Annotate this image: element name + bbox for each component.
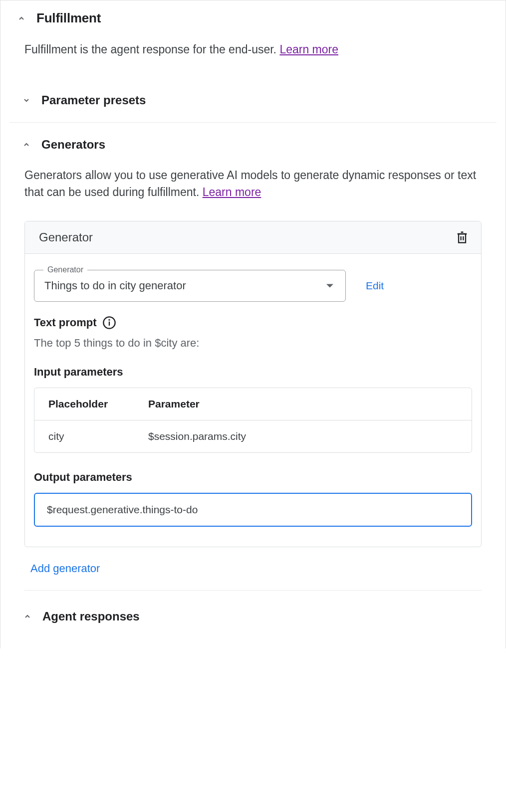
svg-point-7: [109, 319, 110, 320]
input-parameters-table: Placeholder Parameter city $session.para…: [34, 388, 472, 453]
generator-select-label: Generator: [43, 265, 87, 274]
parameter-column-header: Parameter: [148, 398, 458, 410]
fulfillment-description: Fulfillment is the agent response for th…: [0, 41, 506, 78]
table-row: city $session.params.city: [34, 420, 472, 452]
text-prompt-label: Text prompt: [34, 316, 96, 329]
delete-generator-button[interactable]: [455, 230, 469, 244]
generator-card-header: Generator: [25, 221, 481, 254]
agent-responses-header[interactable]: Agent responses: [0, 591, 506, 628]
generators-header[interactable]: Generators: [9, 123, 497, 167]
parameter-cell: $session.params.city: [148, 430, 458, 442]
chevron-up-icon: [21, 610, 33, 622]
generator-card-title: Generator: [39, 230, 93, 244]
svg-rect-0: [459, 234, 466, 243]
info-icon[interactable]: [102, 316, 116, 330]
fulfillment-title: Fulfillment: [36, 10, 101, 26]
output-parameter-input[interactable]: [34, 493, 472, 527]
text-prompt-label-row: Text prompt: [34, 316, 472, 330]
output-parameters-heading: Output parameters: [34, 471, 472, 484]
generator-card: Generator Generator Things to do in city…: [24, 221, 482, 547]
parameter-presets-title: Parameter presets: [41, 93, 146, 107]
generator-card-body: Generator Things to do in city generator…: [25, 254, 481, 547]
dropdown-arrow-icon: [326, 284, 333, 287]
generators-description: Generators allow you to use generative A…: [0, 167, 506, 221]
chevron-up-icon: [20, 139, 32, 151]
generator-select[interactable]: Generator Things to do in city generator: [34, 270, 346, 302]
fulfillment-learn-more-link[interactable]: Learn more: [279, 43, 338, 56]
parameter-presets-header[interactable]: Parameter presets: [9, 78, 497, 123]
placeholder-cell: city: [48, 430, 148, 442]
fulfillment-section-header[interactable]: Fulfillment: [0, 0, 506, 41]
generator-select-row: Generator Things to do in city generator…: [34, 270, 472, 302]
edit-generator-link[interactable]: Edit: [366, 280, 384, 292]
generators-learn-more-link[interactable]: Learn more: [203, 186, 261, 199]
generator-select-value: Things to do in city generator: [44, 279, 186, 292]
text-prompt-value: The top 5 things to do in $city are:: [34, 337, 472, 350]
fulfillment-panel: Fulfillment Fulfillment is the agent res…: [0, 0, 506, 648]
chevron-down-icon: [20, 94, 32, 106]
add-generator-button[interactable]: Add generator: [0, 562, 100, 590]
fulfillment-description-text: Fulfillment is the agent response for th…: [24, 43, 279, 56]
table-header-row: Placeholder Parameter: [34, 388, 472, 420]
placeholder-column-header: Placeholder: [48, 398, 148, 410]
chevron-up-icon: [15, 12, 27, 24]
agent-responses-title: Agent responses: [42, 609, 140, 623]
generators-title: Generators: [41, 138, 105, 152]
input-parameters-heading: Input parameters: [34, 366, 472, 379]
